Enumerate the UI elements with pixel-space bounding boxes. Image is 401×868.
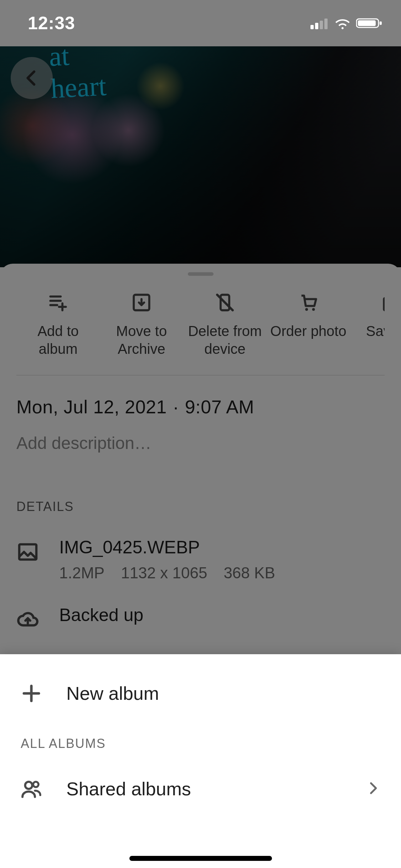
add-to-list-icon — [48, 292, 68, 313]
wifi-icon — [334, 17, 351, 29]
photo-preview: atheart — [0, 46, 401, 267]
new-album-label: New album — [66, 683, 380, 704]
album-picker-sheet[interactable]: New album ALL ALBUMS Shared albums — [0, 654, 401, 868]
svg-point-3 — [312, 308, 315, 311]
file-name: IMG_0425.WEBP — [59, 537, 275, 558]
action-order-photo[interactable]: Order photo — [267, 292, 350, 358]
status-time: 12:33 — [28, 13, 75, 33]
shared-albums-item[interactable]: Shared albums — [0, 760, 401, 817]
battery-icon — [356, 17, 382, 29]
sheet-grabber[interactable] — [188, 272, 214, 276]
plus-icon — [21, 683, 42, 704]
action-save-as[interactable]: PD Save as — [350, 292, 385, 358]
action-move-to-archive[interactable]: Move to Archive — [100, 292, 183, 358]
file-dimensions: 1132 x 1065 — [121, 564, 207, 582]
svg-point-15 — [25, 782, 32, 789]
photo-datetime[interactable]: Mon, Jul 12, 2021·9:07 AM — [16, 396, 385, 418]
svg-rect-10 — [320, 21, 323, 29]
action-label: Save as — [366, 322, 385, 340]
svg-rect-8 — [310, 25, 314, 29]
chevron-left-icon — [22, 68, 41, 88]
cart-icon — [298, 292, 319, 313]
shared-albums-label: Shared albums — [66, 778, 341, 800]
save-stack-icon: PD — [381, 292, 385, 313]
action-add-to-album[interactable]: Add to album — [16, 292, 100, 358]
svg-point-16 — [33, 782, 38, 787]
details-heading: DETAILS — [16, 499, 385, 514]
back-button[interactable] — [11, 57, 53, 99]
image-icon — [16, 541, 39, 563]
photo-date: Mon, Jul 12, 2021 — [16, 397, 167, 417]
home-indicator[interactable] — [129, 856, 272, 861]
svg-rect-4 — [384, 298, 385, 310]
file-detail-row: IMG_0425.WEBP 1.2MP 1132 x 1065 368 KB — [16, 537, 385, 582]
svg-point-2 — [305, 308, 308, 311]
cloud-upload-icon — [16, 608, 39, 631]
new-album-item[interactable]: New album — [0, 665, 401, 722]
file-size: 368 KB — [223, 564, 275, 582]
svg-rect-14 — [380, 21, 382, 25]
svg-rect-9 — [315, 23, 318, 29]
action-delete-from-device[interactable]: Delete from device — [183, 292, 267, 358]
action-row: Add to album Move to Archive Delete from… — [16, 290, 385, 376]
backup-detail-row: Backed up — [16, 605, 385, 632]
archive-icon — [131, 292, 152, 313]
description-input[interactable]: Add description… — [16, 433, 385, 453]
cellular-icon — [310, 17, 329, 29]
action-label: Delete from device — [188, 322, 262, 358]
people-icon — [21, 778, 42, 800]
backup-status: Backed up — [59, 605, 143, 625]
all-albums-heading: ALL ALBUMS — [0, 722, 401, 760]
file-megapixels: 1.2MP — [59, 564, 104, 582]
chevron-right-icon — [365, 781, 380, 797]
no-device-icon — [215, 292, 235, 313]
status-bar: 12:33 — [0, 0, 401, 46]
svg-rect-13 — [358, 20, 376, 26]
photo-time: 9:07 AM — [185, 397, 254, 417]
action-label: Add to album — [37, 322, 79, 358]
svg-rect-11 — [324, 19, 328, 29]
action-label: Move to Archive — [116, 322, 167, 358]
action-label: Order photo — [270, 322, 346, 340]
